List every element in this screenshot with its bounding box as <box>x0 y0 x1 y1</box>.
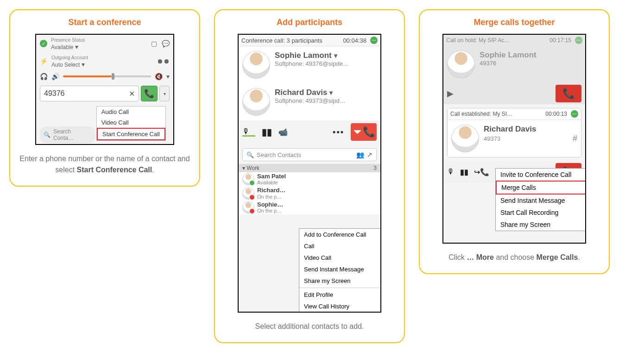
mic-icon[interactable]: 🎙 <box>447 168 455 176</box>
search-icon: 🔍 <box>44 132 51 138</box>
avatar <box>242 188 254 200</box>
avatar <box>451 125 479 152</box>
network-quality-icon: 〰 <box>571 110 578 118</box>
menu-item-send-instant-message[interactable]: Send Instant Message <box>299 264 381 275</box>
menu-item-send-instant-message[interactable]: Send Instant Message <box>496 195 586 207</box>
participant: Richard Davis ▾Softphone: 49373@sipd… <box>239 83 380 120</box>
contact-context-menu: Add to Conference CallCallVideo CallSend… <box>299 228 381 313</box>
on-hold-call: Call on hold: My SIP Ac… 00:17:15 〰 Soph… <box>443 35 585 104</box>
card1-screenshot: ✓ Presence Status Available ▾ ▢ 💬 ⚡ Outg… <box>35 34 174 145</box>
popout-icon[interactable]: ↗ <box>367 151 373 158</box>
chevron-down-icon[interactable]: ▾ <box>166 73 170 80</box>
contact-name: Sophie… <box>257 201 283 208</box>
speaker-icon[interactable]: 🔊 <box>51 73 59 80</box>
contact-status: On the p… <box>257 208 283 213</box>
hangup-button[interactable]: ⏷📞 <box>351 123 377 141</box>
contact-name: Richard… <box>257 187 285 194</box>
hold-timer: 00:17:15 <box>550 37 571 44</box>
clear-icon[interactable]: ✕ <box>129 89 135 98</box>
voicemail-icon[interactable]: ⏺⏺ <box>157 57 170 65</box>
account-label: Outgoing Account <box>51 55 88 60</box>
call-type-menu: Audio CallVideo CallStart Conference Cal… <box>96 106 166 141</box>
chevron-down-icon[interactable]: ▾ <box>82 61 85 68</box>
active-call: Call established: My SI… 00:00:13 〰 Rich… <box>447 108 581 157</box>
call-controls: 🎙 ▮▮ 📹 ••• ⏷📞 <box>239 120 380 144</box>
call-dropdown-button[interactable]: ▾ <box>159 86 170 101</box>
chevron-down-icon[interactable]: ▾ <box>75 43 78 50</box>
pause-icon[interactable]: ▮▮ <box>460 168 468 176</box>
hangup-button[interactable]: 📞 <box>556 85 581 102</box>
hold-header: Call on hold: My SIP Ac… <box>446 37 546 44</box>
card1-title: Start a conference <box>17 18 193 27</box>
presence-dot <box>249 180 255 186</box>
menu-item-start-call-recording[interactable]: Start Call Recording <box>496 207 586 219</box>
avatar <box>447 50 475 78</box>
card2-title: Add participants <box>221 18 398 27</box>
presence-value[interactable]: Available <box>51 44 73 50</box>
card-merge-calls: Merge calls together Call on hold: My SI… <box>419 9 610 274</box>
menu-item-video-call[interactable]: Video Call <box>97 117 165 128</box>
contact-row[interactable]: Sophie…On the p… <box>239 201 380 214</box>
participant-detail: Softphone: 49376@sipde… <box>275 60 349 67</box>
resume-button[interactable]: ▶ <box>447 88 454 99</box>
hold-number: 49376 <box>480 60 537 67</box>
transfer-icon[interactable]: ↪📞 <box>474 168 489 176</box>
network-quality-icon: 〰 <box>575 37 582 44</box>
contact-row[interactable]: Richard…On the p… <box>239 186 380 200</box>
presence-ok-icon: ✓ <box>40 40 47 47</box>
presence-block: Presence Status Available ▾ <box>51 37 85 50</box>
avatar <box>242 173 254 185</box>
menu-item-merge-calls[interactable]: Merge Calls <box>496 181 586 195</box>
dial-row: 49376 ✕ 📞 ▾ <box>36 83 173 104</box>
video-record-icon[interactable]: 📹 <box>278 128 288 137</box>
active-number: 49373 <box>484 135 500 142</box>
presence-dot <box>249 208 255 214</box>
card3-screenshot: Call on hold: My SIP Ac… 00:17:15 〰 Soph… <box>442 34 586 244</box>
card3-title: Merge calls together <box>426 18 602 27</box>
chevron-down-icon[interactable]: ▾ <box>334 52 337 59</box>
audio-row: 🎧 🔊 🔇 ▾ <box>36 70 173 83</box>
contact-status: Available <box>257 180 286 185</box>
active-timer: 00:00:13 <box>545 111 567 117</box>
menu-item-view-call-history[interactable]: View Call History <box>299 301 381 312</box>
presence-dot <box>249 195 255 200</box>
contact-row[interactable]: Sam PatelAvailable <box>239 172 380 186</box>
volume-slider[interactable] <box>63 75 151 77</box>
avatar <box>242 51 270 79</box>
participant: Sophie Lamont ▾Softphone: 49376@sipde… <box>239 46 380 83</box>
dial-input[interactable]: 49376 ✕ <box>40 86 139 101</box>
menu-item-share-my-screen[interactable]: Share my Screen <box>299 275 381 287</box>
headset-icon[interactable]: 🎧 <box>40 73 48 80</box>
menu-item-add-to-conference-call[interactable]: Add to Conference Call <box>299 229 381 240</box>
pause-icon[interactable]: ▮▮ <box>262 126 272 138</box>
mute-icon[interactable]: 🔇 <box>155 73 163 80</box>
menu-item-invite-to-conference-call[interactable]: Invite to Conference Call <box>496 169 586 181</box>
more-button[interactable]: ••• <box>333 127 344 137</box>
menu-item-share-my-screen[interactable]: Share my Screen <box>496 219 586 231</box>
dialpad-icon[interactable]: # <box>573 134 577 144</box>
contact-name: Sam Patel <box>257 173 286 180</box>
participant-name: Richard Davis ▾ <box>275 88 346 97</box>
menu-item-call[interactable]: Call <box>299 240 381 252</box>
search-contacts[interactable]: 🔍 Search Conta… <box>40 126 95 143</box>
card2-screenshot: Conference call: 3 participants 00:04:38… <box>238 34 381 313</box>
menu-item-start-conference-call[interactable]: Start Conference Call <box>97 128 165 140</box>
add-contact-icon[interactable]: 👥 <box>356 151 364 158</box>
conf-timer: 00:04:38 <box>343 37 366 44</box>
account-value[interactable]: Auto Select <box>51 62 80 68</box>
call-button[interactable]: 📞 <box>141 86 158 101</box>
search-placeholder: Search Conta… <box>53 128 92 141</box>
menu-item-audio-call[interactable]: Audio Call <box>97 107 165 117</box>
cards-row: Start a conference ✓ Presence Status Ava… <box>9 9 610 343</box>
presence-row: ✓ Presence Status Available ▾ ▢ 💬 <box>36 35 173 52</box>
mic-icon[interactable]: 🎙 <box>242 127 255 137</box>
chevron-down-icon[interactable]: ▾ <box>329 89 333 96</box>
menu-item-edit-profile[interactable]: Edit Profile <box>299 289 381 301</box>
search-contacts[interactable]: 🔍 Search Contacts 👥 ↗ <box>242 148 377 161</box>
contact-group-header[interactable]: ▾ Work 3 <box>239 164 380 172</box>
chat-icon[interactable]: 💬 <box>162 40 170 47</box>
account-row: ⚡ Outgoing Account Auto Select ▾ ⏺⏺ <box>36 52 173 70</box>
participant-name: Sophie Lamont ▾ <box>275 51 349 60</box>
menu-item-video-call[interactable]: Video Call <box>299 252 381 264</box>
video-preview-icon[interactable]: ▢ <box>151 40 157 47</box>
